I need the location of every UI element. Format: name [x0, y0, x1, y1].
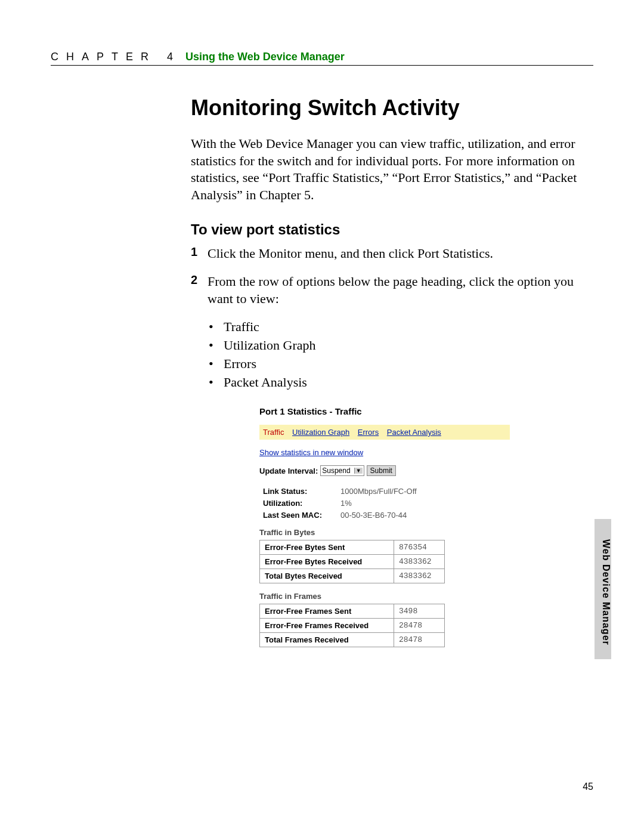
tab-utilization[interactable]: Utilization Graph	[292, 428, 349, 437]
new-window-link[interactable]: Show statistics in new window	[259, 448, 363, 457]
table-row: Error-Free Bytes Received 4383362	[260, 555, 445, 569]
link-status-value: 1000Mbps/Full/FC-Off	[340, 487, 417, 496]
status-info: Link Status: 1000Mbps/Full/FC-Off Utiliz…	[263, 487, 510, 520]
bullet-item: Packet Analysis	[191, 373, 590, 392]
main-heading: Monitoring Switch Activity	[191, 95, 590, 121]
chapter-title: Using the Web Device Manager	[185, 51, 345, 63]
chapter-label: CHAPTER 4	[51, 51, 181, 63]
bullet-item: Utilization Graph	[191, 336, 590, 355]
step-number: 2	[191, 273, 208, 307]
select-value: Suspend	[322, 466, 350, 475]
step-item: 1 Click the Monitor menu, and then click…	[191, 245, 590, 262]
utilization-label: Utilization:	[263, 499, 340, 508]
cell-label: Total Frames Received	[260, 633, 394, 647]
step-number: 1	[191, 245, 208, 262]
content-area: Monitoring Switch Activity With the Web …	[191, 95, 590, 647]
table-row: Error-Free Frames Sent 3498	[260, 604, 445, 619]
intro-paragraph: With the Web Device Manager you can view…	[191, 135, 590, 203]
page-number: 45	[583, 781, 593, 792]
info-row: Link Status: 1000Mbps/Full/FC-Off	[263, 487, 510, 496]
cell-label: Error-Free Frames Sent	[260, 604, 394, 619]
update-interval-row: Update Interval: Suspend ▼ Submit	[259, 465, 510, 476]
table-row: Total Frames Received 28478	[260, 633, 445, 647]
table-row: Total Bytes Received 4383362	[260, 569, 445, 583]
cell-label: Error-Free Bytes Received	[260, 555, 394, 569]
info-row: Last Seen MAC: 00-50-3E-B6-70-44	[263, 511, 510, 520]
step-item: 2 From the row of options below the page…	[191, 273, 590, 307]
frames-section-title: Traffic in Frames	[259, 592, 510, 601]
cell-value: 3498	[394, 604, 445, 619]
side-tab: Web Device Manager	[595, 519, 611, 659]
table-row: Error-Free Bytes Sent 876354	[260, 540, 445, 555]
bytes-table: Error-Free Bytes Sent 876354 Error-Free …	[259, 540, 445, 583]
step-text: From the row of options below the page h…	[208, 273, 590, 307]
tab-errors[interactable]: Errors	[358, 428, 379, 437]
screenshot-title: Port 1 Statistics - Traffic	[259, 406, 510, 416]
update-interval-label: Update Interval:	[259, 466, 318, 475]
frames-table: Error-Free Frames Sent 3498 Error-Free F…	[259, 604, 445, 647]
utilization-value: 1%	[340, 499, 352, 508]
submit-button[interactable]: Submit	[367, 465, 396, 476]
cell-label: Total Bytes Received	[260, 569, 394, 583]
tab-packet-analysis[interactable]: Packet Analysis	[387, 428, 441, 437]
cell-value: 28478	[394, 633, 445, 647]
sub-heading: To view port statistics	[191, 221, 590, 238]
cell-value: 876354	[394, 540, 445, 555]
bytes-section-title: Traffic in Bytes	[259, 528, 510, 537]
cell-label: Error-Free Frames Received	[260, 619, 394, 633]
last-mac-value: 00-50-3E-B6-70-44	[340, 511, 407, 520]
info-row: Utilization: 1%	[263, 499, 510, 508]
cell-value: 28478	[394, 619, 445, 633]
embedded-screenshot: Port 1 Statistics - Traffic Traffic Util…	[259, 406, 510, 647]
link-status-label: Link Status:	[263, 487, 340, 496]
step-text: Click the Monitor menu, and then click P…	[208, 245, 493, 262]
bullet-list: Traffic Utilization Graph Errors Packet …	[191, 318, 590, 391]
cell-value: 4383362	[394, 569, 445, 583]
table-row: Error-Free Frames Received 28478	[260, 619, 445, 633]
step-list: 1 Click the Monitor menu, and then click…	[191, 245, 590, 307]
chevron-down-icon: ▼	[354, 468, 363, 474]
bullet-item: Errors	[191, 355, 590, 373]
cell-value: 4383362	[394, 555, 445, 569]
screenshot-tabs: Traffic Utilization Graph Errors Packet …	[259, 425, 510, 440]
update-interval-select[interactable]: Suspend ▼	[320, 465, 364, 476]
tab-traffic[interactable]: Traffic	[263, 428, 284, 437]
bullet-item: Traffic	[191, 318, 590, 336]
cell-label: Error-Free Bytes Sent	[260, 540, 394, 555]
last-mac-label: Last Seen MAC:	[263, 511, 340, 520]
page-header: CHAPTER 4 Using the Web Device Manager	[51, 51, 593, 66]
